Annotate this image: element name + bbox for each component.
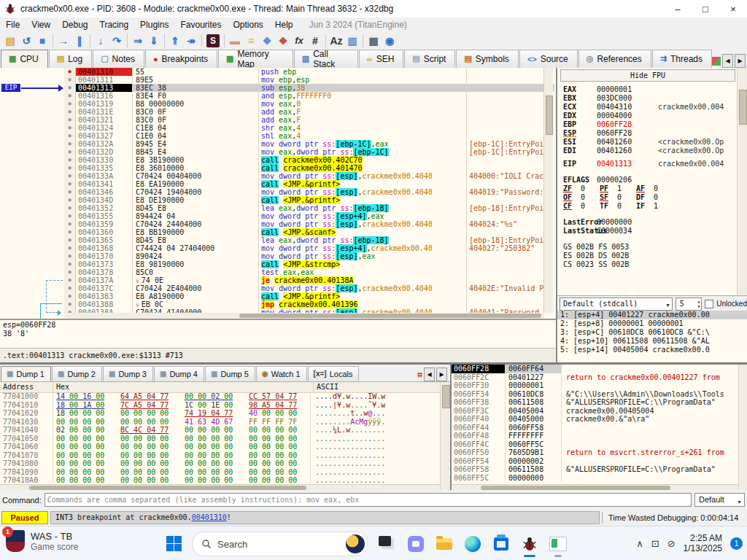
instruction-dot[interactable]: ●	[64, 156, 76, 164]
flag-tf[interactable]: TF	[600, 202, 617, 211]
patches-icon[interactable]: ▬	[227, 33, 243, 48]
disasm-row[interactable]: ●0040131383EC 38sub esp,38	[0, 84, 554, 92]
disasm-row[interactable]: ●004013528D45 E8lea eax,dword ptr ss:[eb…	[0, 204, 554, 212]
teams-chat-icon[interactable]	[406, 534, 425, 553]
dump-row[interactable]: 7704100014 00 16 0064 A5 04 7700 00 02 0…	[0, 392, 440, 401]
stack-row[interactable]: 0060FF440060FF58	[452, 424, 747, 432]
flags-row[interactable]: ZF0PF1AF0	[557, 184, 737, 193]
x32dbg-taskbar-icon[interactable]	[520, 534, 539, 553]
menu-options[interactable]: Options	[227, 20, 268, 30]
stack-row[interactable]: 0060FF280060FF64	[452, 365, 747, 373]
restart-icon[interactable]: ↺	[18, 33, 34, 48]
tray-clock[interactable]: 2:25 AM 1/13/2025	[684, 533, 722, 553]
instruction-dot[interactable]: ●	[64, 268, 76, 276]
register-list[interactable]: EAX00000001EBX003DC000ECX00404310crackme…	[557, 85, 737, 269]
disasm-row[interactable]: ●00401335E8 36010000call crackme0x00.401…	[0, 164, 554, 172]
disasm-row[interactable]: ●004013658D45 E8lea eax,dword ptr ss:[eb…	[0, 236, 554, 244]
stack-row[interactable]: 0060FF48FFFFFFFF	[452, 432, 747, 440]
open-file-icon[interactable]: ▤	[2, 33, 18, 48]
run-to-cursor-icon[interactable]: ⇒	[130, 33, 146, 48]
instruction-dot[interactable]: ●	[64, 164, 76, 172]
register-row-eflags[interactable]: EFLAGS00000206	[557, 176, 737, 184]
register-row-eip[interactable]: EIP00401313crackme0x00.004	[557, 160, 737, 168]
flag-if[interactable]: IF	[636, 202, 654, 211]
goto-icon[interactable]: #	[307, 33, 323, 48]
register-row-edx[interactable]: EDX00004000	[557, 112, 737, 120]
stack-row[interactable]: 0060FF3C00405004crackme0x00.00405004	[452, 407, 747, 416]
command-input[interactable]	[44, 493, 692, 507]
start-button[interactable]	[166, 536, 182, 552]
stack-row[interactable]: 0060FF5400000002	[452, 457, 747, 466]
instruction-dot[interactable]: ●	[64, 252, 76, 260]
instruction-dot[interactable]: ●	[64, 180, 76, 188]
stack-row[interactable]: 0060FF4000405000crackme0x00.&"a\ra"	[452, 415, 747, 424]
tab-symbols[interactable]: ▤Symbols	[456, 50, 518, 68]
instruction-dot[interactable]: ●	[64, 220, 76, 228]
task-view-icon[interactable]	[378, 534, 397, 553]
instruction-dot[interactable]: ●	[64, 108, 76, 116]
instruction-dot[interactable]: ●	[64, 212, 76, 220]
flag-af[interactable]: AF	[636, 184, 654, 193]
tab-notes[interactable]: ▢Notes	[93, 50, 144, 68]
disasm-row[interactable]: ●00401368C74424 04 27404000mov dword ptr…	[0, 244, 554, 252]
run-to-user-code-icon[interactable]: ↠	[183, 33, 199, 48]
stack-vscrollbar[interactable]	[738, 365, 747, 491]
minimize-button[interactable]: –	[664, 0, 692, 18]
dump-row[interactable]: 770410A000 00 00 0000 00 00 0000 00 00 0…	[0, 476, 440, 484]
menu-tracing[interactable]: Tracing	[94, 20, 135, 30]
disasm-row[interactable]: ●0040131E83C0 0Fadd eax,F	[0, 108, 554, 116]
labels-icon[interactable]: ❖	[259, 33, 275, 48]
disasm-row[interactable]: ●00401346C70424 19404000mov dword ptr ss…	[0, 188, 554, 196]
instruction-dot[interactable]: ●	[64, 284, 76, 292]
disasm-row[interactable]: ●00401355894424 04mov dword ptr ss:[esp+…	[0, 212, 554, 220]
command-profile-select[interactable]: Default	[694, 493, 745, 507]
registers-vscrollbar[interactable]	[737, 68, 747, 295]
tray-chevron-icon[interactable]: ∧	[636, 538, 643, 549]
disasm-row[interactable]: ●00401373E8 98190000call <JMP.&strcmp>	[0, 260, 554, 268]
tab-memory-map[interactable]: ▦Memory Map	[218, 50, 293, 68]
tab-seh[interactable]: ∞SEH	[359, 50, 404, 68]
bookmarks-icon[interactable]: ❖	[275, 33, 291, 48]
tab-watch-1[interactable]: ◉Watch 1	[256, 366, 307, 381]
disasm-hscrollbar[interactable]	[64, 313, 544, 319]
argument-row[interactable]: 2: [esp+8] 00000001 00000001	[557, 319, 747, 328]
tab-locals[interactable]: [x=]Locals	[308, 366, 360, 381]
instruction-dot[interactable]: ●	[64, 276, 76, 284]
tab-call-stack[interactable]: ▥Call Stack	[294, 50, 358, 68]
tab-scroll-left[interactable]: ◀	[722, 54, 733, 68]
hide-fpu-button[interactable]: Hide FPU	[560, 69, 735, 82]
menu-file[interactable]: File	[0, 20, 26, 30]
dump-row[interactable]: 7704108000 00 00 0000 00 00 0000 00 00 0…	[0, 459, 440, 468]
disasm-row[interactable]: ●00401330E8 3B190000call crackme0x00.402…	[0, 156, 554, 164]
menu-debug[interactable]: Debug	[56, 20, 93, 30]
disasm-row[interactable]: ●0040132D8B45 E4mov eax,dword ptr ss:[eb…	[0, 148, 554, 156]
dump-row[interactable]: 7704105000 00 00 0000 00 00 0000 00 00 0…	[0, 435, 440, 443]
tab-dump-2[interactable]: ▦Dump 2	[52, 366, 102, 381]
functions-icon[interactable]: fx	[291, 33, 307, 48]
dump-row[interactable]: 7704102018 00 00 0000 00 00 0074 19 04 7…	[0, 409, 440, 418]
stack-row[interactable]: 0060FF5C00000000	[452, 474, 747, 483]
menu-plugins[interactable]: Plugins	[134, 20, 174, 30]
unlocked-checkbox[interactable]	[705, 300, 713, 308]
search-box[interactable]: Search	[192, 532, 368, 556]
flag-zf[interactable]: ZF	[563, 184, 581, 193]
tab-script[interactable]: ▤Script	[404, 50, 455, 68]
step-into-icon[interactable]: ↓	[93, 33, 109, 48]
disasm-row[interactable]: ●00401370890424mov dword ptr ss:[esp],ea…	[0, 252, 554, 260]
settings-globe-icon[interactable]: ◉	[382, 33, 398, 48]
disasm-row[interactable]: ●00401359C70424 24404000mov dword ptr ss…	[0, 220, 554, 228]
stop-icon[interactable]: ■	[34, 33, 50, 48]
dump-row[interactable]: 7704104002 00 00 00BC 4C 04 7700 00 00 0…	[0, 426, 440, 435]
instruction-dot[interactable]: ●	[64, 76, 76, 84]
system-monitor-icon[interactable]	[549, 534, 568, 553]
tab-scroll-right[interactable]: ▶	[735, 54, 746, 68]
disasm-row[interactable]: ●0040132A8945 E4mov dword ptr ss:[ebp-1C…	[0, 140, 554, 148]
comments-icon[interactable]: ≡	[243, 33, 259, 48]
disasm-row[interactable]: ●00401383E8 A8190000call <JMP.&printf>	[0, 292, 554, 300]
struct-icon[interactable]: ⌗	[417, 370, 422, 380]
disasm-row[interactable]: ●00401341E8 EA190000call <JMP.&printf>	[0, 180, 554, 188]
dump-row[interactable]: 7704106000 00 00 0000 00 00 0000 00 00 0…	[0, 443, 440, 451]
menu-favourites[interactable]: Favourites	[174, 20, 227, 30]
disasm-row[interactable]: ●00401327C1E0 04shl eax,4	[0, 132, 554, 140]
news-widget[interactable]: 1 WAS - TB Game score	[6, 530, 78, 552]
